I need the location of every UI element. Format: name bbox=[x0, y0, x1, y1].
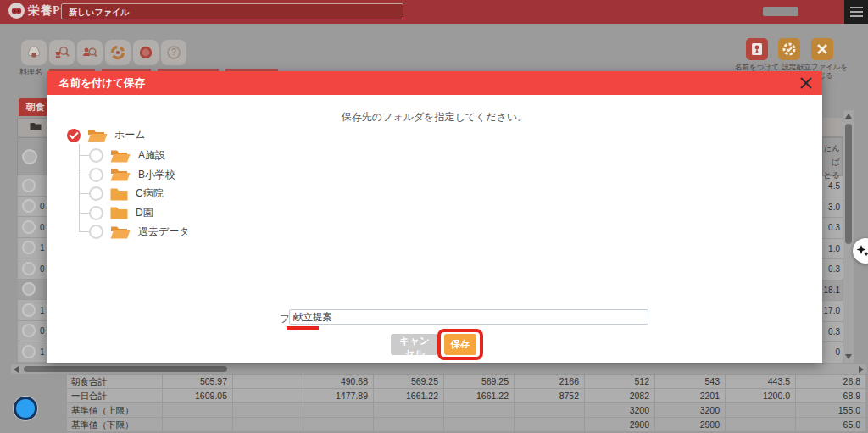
user-chip bbox=[763, 7, 798, 16]
row-radio[interactable] bbox=[22, 179, 36, 192]
annotation-underline bbox=[287, 326, 319, 330]
summary-table: 朝食合計 505.97 490.68569.25 569.252166 5125… bbox=[66, 375, 866, 432]
table-header-left bbox=[17, 137, 49, 175]
table-row-standard-upper: 基準値（上限） 32003200 155.0 bbox=[66, 403, 866, 418]
row-radio[interactable] bbox=[22, 303, 36, 317]
table-row[interactable]: 1 bbox=[17, 300, 49, 321]
folder-radio[interactable] bbox=[89, 206, 103, 220]
save-as-button[interactable] bbox=[746, 38, 768, 60]
table-row[interactable]: 1 bbox=[17, 341, 49, 363]
settings-button[interactable] bbox=[778, 38, 800, 60]
sparkle-icon bbox=[856, 243, 868, 258]
tree-item-garden-d[interactable]: D園 bbox=[79, 206, 153, 220]
folder-open-icon bbox=[87, 129, 108, 142]
menu-button[interactable] bbox=[844, 0, 868, 24]
scroll-up-icon[interactable] bbox=[845, 114, 852, 119]
cancel-button[interactable]: キャンセル bbox=[391, 334, 438, 355]
table-row[interactable] bbox=[17, 175, 49, 197]
pie-chart-icon[interactable] bbox=[105, 40, 131, 65]
table-row[interactable]: 1 bbox=[17, 238, 49, 259]
person-search-icon[interactable] bbox=[77, 40, 103, 65]
horizontal-scrollbar[interactable] bbox=[11, 364, 866, 374]
row-radio[interactable] bbox=[22, 282, 36, 296]
folder-closed-icon bbox=[110, 206, 128, 219]
table-cell-selected: 18.1 bbox=[822, 280, 843, 302]
table-cell: 0.3 bbox=[822, 259, 843, 280]
table-left-strip: 0 0 1 0 1 0 1 bbox=[17, 137, 49, 363]
close-file-button[interactable] bbox=[811, 38, 833, 60]
topbar: 栄養ProCloud 新しいファイル bbox=[0, 0, 868, 24]
tree-item-facility-a[interactable]: A施設 bbox=[79, 148, 165, 163]
help-icon[interactable]: ? bbox=[161, 40, 186, 65]
save-button[interactable]: 保存 bbox=[444, 334, 476, 355]
row-radio[interactable] bbox=[22, 241, 36, 254]
selected-check-icon bbox=[67, 129, 81, 142]
vertical-scroll-thumb[interactable] bbox=[845, 124, 852, 244]
table-row[interactable]: 0 bbox=[17, 321, 49, 342]
tree-item-past-data[interactable]: 過去データ bbox=[79, 225, 190, 239]
table-row[interactable]: 0 bbox=[17, 197, 49, 218]
table-cell: 3.0 bbox=[822, 197, 843, 219]
svg-text:?: ? bbox=[171, 47, 176, 57]
dish-icon[interactable] bbox=[133, 40, 159, 65]
scroll-left-icon[interactable] bbox=[14, 366, 19, 373]
scroll-down-icon[interactable] bbox=[845, 354, 852, 359]
assistant-blue-button[interactable] bbox=[14, 397, 37, 420]
file-name-input[interactable] bbox=[289, 309, 648, 325]
dialog-header: 名前を付けて保存 bbox=[47, 71, 822, 95]
table-header-right: たんぱ とる bbox=[822, 137, 843, 176]
tree-item-home[interactable]: ホーム bbox=[67, 128, 146, 142]
dialog-message: 保存先のフォルダを指定してください。 bbox=[47, 110, 822, 125]
table-cell: 0.3 bbox=[822, 322, 843, 343]
table-right-strip: たんぱ とる 4.5 3.0 0.3 1.0 0.3 18.1 17.0 0.3… bbox=[822, 118, 843, 364]
folder-radio[interactable] bbox=[89, 168, 103, 182]
row-radio[interactable] bbox=[22, 324, 36, 337]
file-tab[interactable]: 新しいファイル bbox=[61, 3, 403, 19]
app-screen: 栄養ProCloud 新しいファイル ? 料理名 名前をつけて 設定 献立ファイ… bbox=[0, 0, 868, 433]
folder-radio[interactable] bbox=[89, 186, 103, 201]
folder-dark-icon bbox=[30, 122, 42, 131]
cart-search-icon[interactable] bbox=[49, 40, 75, 65]
table-row-day-total: 一日合計 1609.05 1477.891661.22 1661.228752 … bbox=[66, 389, 866, 403]
table-row-breakfast-total: 朝食合計 505.97 490.68569.25 569.252166 5125… bbox=[66, 375, 866, 389]
row-radio[interactable] bbox=[22, 199, 36, 213]
table-cell: 0.3 bbox=[822, 218, 843, 239]
close-icon[interactable] bbox=[799, 76, 813, 90]
tree-item-hospital-c[interactable]: C病院 bbox=[79, 186, 164, 201]
row-radio[interactable] bbox=[22, 262, 36, 275]
save-as-dialog: 名前を付けて保存 保存先のフォルダを指定してください。 ホーム A施設 B小学校 bbox=[47, 71, 822, 363]
scroll-right-icon[interactable] bbox=[859, 366, 864, 373]
row-radio[interactable] bbox=[22, 345, 36, 358]
row-radio[interactable] bbox=[22, 220, 36, 234]
onigiri-icon[interactable] bbox=[21, 40, 47, 65]
vertical-scrollbar[interactable] bbox=[843, 110, 854, 363]
brand-mascot-icon bbox=[8, 3, 25, 19]
table-row-selected[interactable] bbox=[17, 280, 49, 301]
table-toolbar-strip bbox=[17, 118, 49, 136]
folder-open-icon bbox=[110, 168, 131, 181]
table-row[interactable]: 0 bbox=[17, 258, 49, 280]
horizontal-scroll-thumb[interactable] bbox=[24, 366, 227, 372]
table-cell: 0 bbox=[822, 342, 843, 364]
folder-radio[interactable] bbox=[89, 225, 103, 239]
folder-open-icon bbox=[110, 225, 131, 239]
folder-open-icon bbox=[110, 149, 131, 163]
table-row-standard-lower: 基準値（下限） 29002900 65.0 bbox=[66, 418, 866, 432]
table-cell: 1.0 bbox=[822, 239, 843, 260]
folder-radio[interactable] bbox=[89, 148, 103, 163]
folder-closed-icon bbox=[110, 187, 128, 201]
tree-item-school-b[interactable]: B小学校 bbox=[79, 168, 175, 182]
table-row[interactable]: 0 bbox=[17, 217, 49, 238]
sparkle-assistant-button[interactable] bbox=[853, 238, 868, 264]
select-all-radio[interactable] bbox=[22, 149, 37, 164]
table-cell: 17.0 bbox=[822, 301, 843, 322]
dish-name-label: 料理名 bbox=[19, 67, 42, 78]
dialog-title: 名前を付けて保存 bbox=[59, 71, 145, 95]
